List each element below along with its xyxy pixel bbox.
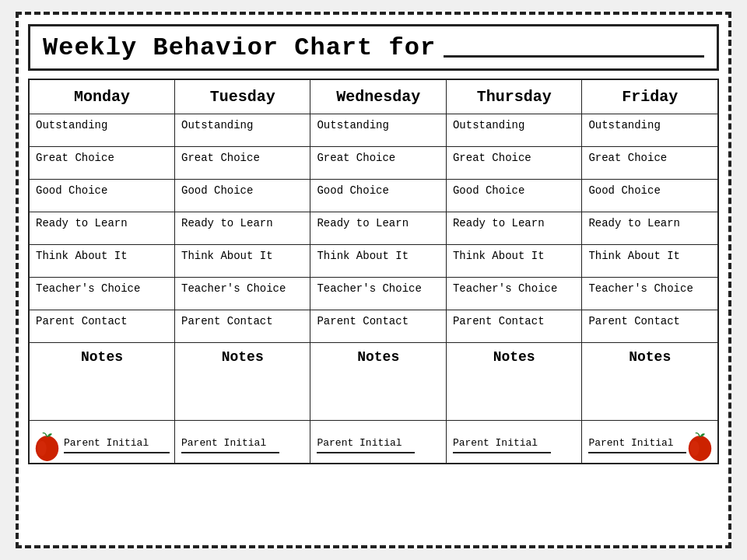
cell-wed-4: Ready to Learn xyxy=(310,212,446,245)
header-monday: Monday xyxy=(29,79,174,114)
parent-label-fri: Parent Initial xyxy=(588,437,673,449)
notes-row: Notes Notes Notes Notes Notes xyxy=(29,343,718,421)
parent-row: Parent Initial Parent Initial Parent Ini… xyxy=(29,421,718,464)
cell-thu-5: Think About It xyxy=(446,245,581,278)
cell-fri-2: Great Choice xyxy=(582,147,718,180)
cell-tue-3: Good Choice xyxy=(174,180,310,212)
notes-fri: Notes xyxy=(582,343,718,421)
notes-mon: Notes xyxy=(29,343,174,421)
cell-tue-6: Teacher's Choice xyxy=(174,278,310,310)
cell-fri-3: Good Choice xyxy=(582,180,718,212)
parent-wed: Parent Initial xyxy=(310,421,446,464)
parent-fri: Parent Initial xyxy=(582,421,718,464)
cell-fri-7: Parent Contact xyxy=(582,310,718,343)
table-row: Teacher's Choice Teacher's Choice Teache… xyxy=(29,278,718,310)
parent-label-thu: Parent Initial xyxy=(453,437,538,449)
cell-tue-1: Outstanding xyxy=(174,114,310,147)
cell-mon-3: Good Choice xyxy=(29,180,174,212)
cell-thu-2: Great Choice xyxy=(446,147,581,180)
cell-tue-5: Think About It xyxy=(174,245,310,278)
parent-mon: Parent Initial xyxy=(29,421,174,464)
title-box: Weekly Behavior Chart for xyxy=(28,24,719,71)
notes-wed: Notes xyxy=(310,343,446,421)
table-row: Great Choice Great Choice Great Choice G… xyxy=(29,147,718,180)
parent-label-tue: Parent Initial xyxy=(181,437,266,449)
svg-point-3 xyxy=(690,440,699,456)
chart-title: Weekly Behavior Chart for xyxy=(43,33,436,62)
table-row: Outstanding Outstanding Outstanding Outs… xyxy=(29,114,718,147)
parent-thu: Parent Initial xyxy=(446,421,581,464)
cell-fri-5: Think About It xyxy=(582,245,718,278)
parent-label-mon: Parent Initial xyxy=(64,437,149,449)
cell-mon-1: Outstanding xyxy=(29,114,174,147)
cell-mon-5: Think About It xyxy=(29,245,174,278)
cell-wed-5: Think About It xyxy=(310,245,446,278)
cell-thu-1: Outstanding xyxy=(446,114,581,147)
header-row: Monday Tuesday Wednesday Thursday Friday xyxy=(29,79,718,114)
notes-tue: Notes xyxy=(174,343,310,421)
svg-point-1 xyxy=(37,440,46,456)
header-wednesday: Wednesday xyxy=(310,79,446,114)
header-thursday: Thursday xyxy=(446,79,581,114)
cell-wed-3: Good Choice xyxy=(310,180,446,212)
outer-border: Weekly Behavior Chart for Monday Tuesday… xyxy=(16,12,731,548)
cell-mon-4: Ready to Learn xyxy=(29,212,174,245)
apple-right-icon xyxy=(682,429,717,464)
cell-wed-1: Outstanding xyxy=(310,114,446,147)
cell-mon-7: Parent Contact xyxy=(29,310,174,343)
parent-label-wed: Parent Initial xyxy=(317,437,402,449)
header-tuesday: Tuesday xyxy=(174,79,310,114)
notes-thu: Notes xyxy=(446,343,581,421)
cell-thu-7: Parent Contact xyxy=(446,310,581,343)
table-row: Parent Contact Parent Contact Parent Con… xyxy=(29,310,718,343)
cell-wed-7: Parent Contact xyxy=(310,310,446,343)
table-row: Good Choice Good Choice Good Choice Good… xyxy=(29,180,718,212)
cell-wed-2: Great Choice xyxy=(310,147,446,180)
behavior-chart-table: Monday Tuesday Wednesday Thursday Friday… xyxy=(28,79,719,464)
title-underline xyxy=(444,55,704,58)
table-row: Think About It Think About It Think Abou… xyxy=(29,245,718,278)
cell-fri-6: Teacher's Choice xyxy=(582,278,718,310)
apple-left-icon xyxy=(30,429,65,464)
cell-tue-2: Great Choice xyxy=(174,147,310,180)
parent-tue: Parent Initial xyxy=(174,421,310,464)
cell-fri-1: Outstanding xyxy=(582,114,718,147)
cell-tue-4: Ready to Learn xyxy=(174,212,310,245)
table-row: Ready to Learn Ready to Learn Ready to L… xyxy=(29,212,718,245)
cell-thu-6: Teacher's Choice xyxy=(446,278,581,310)
cell-tue-7: Parent Contact xyxy=(174,310,310,343)
cell-mon-6: Teacher's Choice xyxy=(29,278,174,310)
cell-thu-3: Good Choice xyxy=(446,180,581,212)
cell-fri-4: Ready to Learn xyxy=(582,212,718,245)
cell-wed-6: Teacher's Choice xyxy=(310,278,446,310)
cell-mon-2: Great Choice xyxy=(29,147,174,180)
cell-thu-4: Ready to Learn xyxy=(446,212,581,245)
header-friday: Friday xyxy=(582,79,718,114)
